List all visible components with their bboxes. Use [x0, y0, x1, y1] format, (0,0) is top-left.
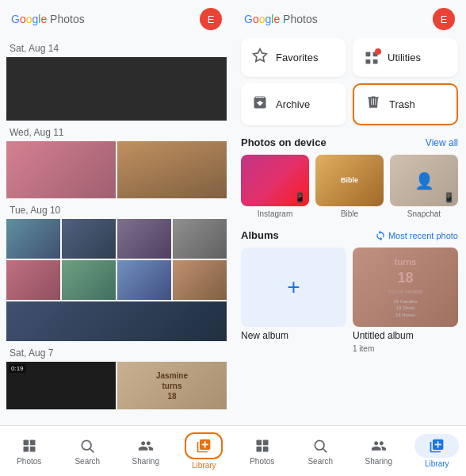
nav-sharing-right[interactable]: Sharing: [350, 433, 408, 469]
svg-rect-9: [366, 59, 371, 63]
utilities-icon: [364, 50, 380, 66]
photo-thumb[interactable]: [6, 141, 116, 198]
right-logo: Google Photos: [244, 13, 318, 25]
photo-thumb[interactable]: [173, 260, 227, 300]
left-logo: Google Photos: [11, 13, 85, 25]
star-icon: [252, 48, 268, 67]
albums-title: Albums: [241, 229, 279, 241]
device-photo-snapchat[interactable]: 👤 📱 Snapchat: [390, 155, 458, 218]
search-icon-right: [311, 436, 330, 455]
date-aug7: Sat, Aug 7: [6, 343, 227, 362]
menu-archive[interactable]: Archive: [241, 83, 346, 125]
plus-icon: +: [287, 274, 300, 300]
nav-search-right[interactable]: Search: [292, 433, 350, 469]
right-header: Google Photos E: [233, 0, 466, 38]
right-main-content: Favorites Utilities Archi: [233, 38, 466, 425]
untitled-album-sublabel: 1 item: [353, 344, 458, 353]
video-badge: 0:19: [9, 364, 26, 373]
albums-row: + New album turns 18 You're invited! 18 …: [241, 248, 458, 353]
svg-marker-6: [254, 49, 267, 62]
device-photo-bible[interactable]: Bible Bible: [315, 155, 384, 218]
menu-utilities[interactable]: Utilities: [353, 38, 458, 77]
photo-row-aug10-2: [6, 260, 227, 300]
most-recent-text: Most recent photo: [388, 231, 458, 240]
photo-thumb[interactable]: [62, 219, 116, 259]
left-photo-feed: Sat, Aug 14 Wed, Aug 11 Tue, Aug 10: [0, 38, 233, 425]
archive-label: Archive: [276, 98, 310, 110]
photo-thumb[interactable]: [6, 57, 227, 121]
photo-thumb-jasmine[interactable]: Jasmineturns18: [117, 362, 227, 409]
favorites-label: Favorites: [276, 52, 318, 63]
instagram-label: Instagram: [258, 209, 292, 218]
grid-icon: [20, 436, 39, 455]
album-new[interactable]: + New album: [241, 248, 346, 353]
nav-library-right[interactable]: Library: [408, 431, 467, 471]
right-bottom-nav: Photos Search Sharing: [233, 425, 466, 476]
trash-label: Trash: [389, 98, 415, 110]
people-icon-left: [136, 436, 155, 455]
photo-row-aug10-1: [6, 219, 227, 259]
snapchat-label: Snapchat: [407, 209, 441, 218]
new-album-label: New album: [241, 330, 346, 341]
albums-header: Albums Most recent photo: [241, 229, 458, 241]
albums-section: Albums Most recent photo + New album: [241, 229, 458, 353]
library-icon-right: [427, 436, 446, 455]
photo-thumb-video[interactable]: 0:19: [6, 362, 116, 409]
photo-thumb[interactable]: [62, 260, 116, 300]
photo-row-aug14: [6, 57, 227, 121]
photo-row-aug10-3: [6, 301, 227, 341]
svg-rect-7: [366, 52, 371, 56]
date-aug10: Tue, Aug 10: [6, 200, 227, 219]
most-recent-link[interactable]: Most recent photo: [375, 230, 458, 241]
svg-rect-11: [256, 440, 262, 446]
nav-search-left[interactable]: Search: [59, 433, 117, 469]
date-aug11: Wed, Aug 11: [6, 122, 227, 141]
photo-thumb[interactable]: [6, 260, 60, 300]
utilities-badge: [375, 48, 381, 55]
nav-photos-label-left: Photos: [17, 457, 41, 466]
nav-photos-label-right: Photos: [250, 457, 274, 466]
phone-icon-instagram: 📱: [294, 192, 306, 203]
svg-rect-1: [30, 440, 36, 446]
nav-search-label-left: Search: [74, 457, 100, 466]
nav-search-label-right: Search: [307, 457, 333, 466]
refresh-icon: [375, 230, 386, 241]
left-bottom-nav: Photos Search Sharing: [0, 425, 233, 476]
left-avatar[interactable]: E: [200, 8, 222, 30]
bible-label: Bible: [341, 209, 358, 218]
photo-row-aug11: [6, 141, 227, 198]
svg-point-4: [82, 440, 92, 450]
nav-sharing-label-right: Sharing: [365, 457, 392, 466]
date-aug14: Sat, Aug 14: [6, 38, 227, 57]
nav-sharing-label-left: Sharing: [132, 457, 159, 466]
menu-grid: Favorites Utilities Archi: [241, 38, 458, 125]
photo-thumb[interactable]: [117, 141, 227, 198]
right-panel: Google Photos E Favorites: [233, 0, 466, 476]
nav-library-left[interactable]: Library: [175, 429, 234, 473]
utilities-label: Utilities: [388, 52, 421, 63]
svg-rect-3: [30, 447, 36, 452]
people-icon-right: [369, 436, 388, 455]
svg-rect-0: [23, 440, 29, 446]
photo-thumb[interactable]: [6, 301, 227, 341]
untitled-album-label: Untitled album: [353, 330, 458, 341]
device-photo-instagram[interactable]: 📱 Instagram: [241, 155, 309, 218]
album-untitled[interactable]: turns 18 You're invited! 18 Candles18 Sh…: [353, 248, 458, 353]
photo-thumb[interactable]: [117, 219, 171, 259]
svg-point-15: [315, 440, 325, 450]
right-avatar[interactable]: E: [433, 8, 455, 30]
view-all-link[interactable]: View all: [426, 137, 458, 148]
svg-line-16: [323, 449, 327, 453]
photo-thumb[interactable]: [6, 219, 60, 259]
left-panel: Google Photos E Sat, Aug 14 Wed, Aug 11 …: [0, 0, 233, 476]
svg-rect-14: [263, 447, 269, 452]
menu-favorites[interactable]: Favorites: [241, 38, 346, 77]
photo-thumb[interactable]: [117, 260, 171, 300]
untitled-album-text: turns 18 You're invited! 18 Candles18 Sh…: [385, 253, 426, 322]
menu-trash[interactable]: Trash: [353, 83, 458, 125]
nav-photos-left[interactable]: Photos: [0, 433, 59, 469]
phone-icon-snapchat: 📱: [443, 192, 455, 203]
photo-thumb[interactable]: [173, 219, 227, 259]
nav-photos-right[interactable]: Photos: [233, 433, 292, 469]
nav-sharing-left[interactable]: Sharing: [116, 433, 175, 469]
